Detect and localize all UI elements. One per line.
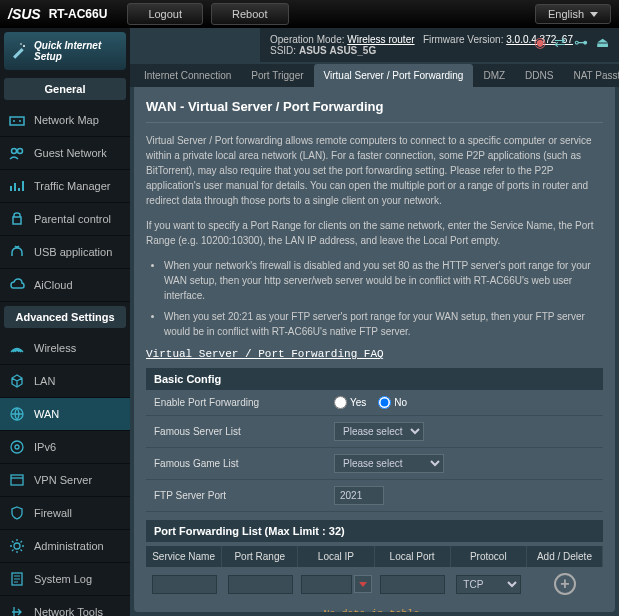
no-data-text: No data in table. — [146, 601, 603, 612]
nav-icon — [8, 111, 26, 129]
quick-internet-setup[interactable]: Quick Internet Setup — [4, 32, 126, 70]
nav-system-log[interactable]: System Log — [0, 563, 130, 596]
nav-icon — [8, 438, 26, 456]
nav-aicloud[interactable]: AiCloud — [0, 269, 130, 302]
bullet-2: When you set 20:21 as your FTP server's … — [164, 309, 603, 339]
svg-point-2 — [20, 43, 22, 45]
tab-internet-connection[interactable]: Internet Connection — [134, 64, 241, 87]
nav-firewall[interactable]: Firewall — [0, 497, 130, 530]
nav-icon — [8, 144, 26, 162]
faq-link[interactable]: Virtual Server / Port Forwarding FAQ — [146, 348, 384, 360]
svg-rect-0 — [13, 48, 24, 59]
svg-point-5 — [19, 120, 21, 122]
pf-table-header: Service Name Port Range Local IP Local P… — [146, 546, 603, 567]
nav-ipv6[interactable]: IPv6 — [0, 431, 130, 464]
svg-rect-8 — [13, 217, 21, 224]
nav-wireless[interactable]: Wireless — [0, 332, 130, 365]
ftp-port-input[interactable] — [334, 486, 384, 505]
chevron-down-icon — [590, 12, 598, 17]
svg-point-13 — [14, 543, 20, 549]
svg-rect-12 — [11, 475, 23, 485]
protocol-select[interactable]: TCP — [456, 575, 521, 594]
enable-yes[interactable]: Yes — [334, 396, 366, 409]
nav-icon — [8, 276, 26, 294]
add-row-button[interactable]: + — [554, 573, 576, 595]
enable-no[interactable]: No — [378, 396, 407, 409]
enable-label: Enable Port Forwarding — [154, 397, 334, 408]
model-name: RT-AC66U — [49, 7, 108, 21]
wand-icon — [10, 42, 28, 60]
nav-parental-control[interactable]: Parental control — [0, 203, 130, 236]
nav-icon — [8, 243, 26, 261]
tab-port-trigger[interactable]: Port Trigger — [241, 64, 313, 87]
nav-network-tools[interactable]: Network Tools — [0, 596, 130, 616]
desc-1: Virtual Server / Port forwarding allows … — [146, 133, 603, 208]
local-ip-input[interactable] — [301, 575, 352, 594]
nav-network-map[interactable]: Network Map — [0, 104, 130, 137]
nav-icon — [8, 537, 26, 555]
pf-input-row: TCP + — [146, 567, 603, 601]
famous-game-select[interactable]: Please select — [334, 454, 444, 473]
famous-game-label: Famous Game List — [154, 458, 334, 469]
basic-config-header: Basic Config — [146, 368, 603, 390]
content-panel: WAN - Virtual Server / Port Forwarding V… — [134, 87, 615, 612]
nav-icon — [8, 471, 26, 489]
svg-point-11 — [15, 445, 19, 449]
section-general: General — [4, 78, 126, 100]
bullet-1: When your network's firewall is disabled… — [164, 258, 603, 303]
ftp-port-label: FTP Server Port — [154, 490, 334, 501]
famous-server-select[interactable]: Please select — [334, 422, 424, 441]
local-port-input[interactable] — [380, 575, 445, 594]
nav-icon — [8, 603, 26, 616]
header-bar: /SUS RT-AC66U Logout Reboot English — [0, 0, 619, 28]
nav-icon — [8, 177, 26, 195]
tab-ddns[interactable]: DDNS — [515, 64, 563, 87]
language-selector[interactable]: English — [535, 4, 611, 24]
ip-dropdown-icon[interactable] — [354, 575, 372, 593]
nav-icon — [8, 405, 26, 423]
svg-point-6 — [12, 149, 17, 154]
link-icon[interactable]: ⇄ — [554, 34, 566, 50]
tab-bar: Internet ConnectionPort TriggerVirtual S… — [130, 64, 619, 87]
tab-dmz[interactable]: DMZ — [473, 64, 515, 87]
svg-point-7 — [18, 149, 23, 154]
tab-virtual-server-port-forwarding[interactable]: Virtual Server / Port Forwarding — [314, 64, 474, 87]
service-name-input[interactable] — [152, 575, 217, 594]
sidebar: Quick Internet Setup General Network Map… — [0, 28, 130, 616]
pf-list-header: Port Forwarding List (Max Limit : 32) — [146, 520, 603, 542]
nav-icon — [8, 339, 26, 357]
nav-guest-network[interactable]: Guest Network — [0, 137, 130, 170]
opmode-link[interactable]: Wireless router — [347, 34, 414, 45]
status-icons: ◉ ⇄ ⊶ ⏏ — [534, 34, 609, 50]
nav-icon — [8, 570, 26, 588]
tab-nat-passthrough[interactable]: NAT Passthrough — [563, 64, 619, 87]
reboot-button[interactable]: Reboot — [211, 3, 288, 25]
nav-wan[interactable]: WAN — [0, 398, 130, 431]
desc-2: If you want to specify a Port Range for … — [146, 218, 603, 248]
nav-icon — [8, 504, 26, 522]
ssid-2: ASUS_5G — [329, 45, 376, 56]
svg-point-1 — [23, 45, 25, 47]
info-bar: Operation Mode: Wireless router Firmware… — [260, 28, 619, 62]
brand-logo: /SUS — [8, 6, 41, 22]
nav-icon — [8, 372, 26, 390]
nav-icon — [8, 210, 26, 228]
nav-administration[interactable]: Administration — [0, 530, 130, 563]
port-range-input[interactable] — [228, 575, 293, 594]
svg-rect-3 — [10, 117, 24, 125]
svg-point-10 — [11, 441, 23, 453]
famous-server-label: Famous Server List — [154, 426, 334, 437]
logout-button[interactable]: Logout — [127, 3, 203, 25]
section-advanced: Advanced Settings — [4, 306, 126, 328]
eject-icon[interactable]: ⏏ — [596, 34, 609, 50]
ssid-1: ASUS — [299, 45, 327, 56]
person-icon[interactable]: ◉ — [534, 34, 546, 50]
nav-lan[interactable]: LAN — [0, 365, 130, 398]
main-area: Operation Mode: Wireless router Firmware… — [130, 28, 619, 616]
nav-usb-application[interactable]: USB application — [0, 236, 130, 269]
nav-traffic-manager[interactable]: Traffic Manager — [0, 170, 130, 203]
page-title: WAN - Virtual Server / Port Forwarding — [146, 99, 603, 123]
nav-vpn-server[interactable]: VPN Server — [0, 464, 130, 497]
usb-icon[interactable]: ⊶ — [574, 34, 588, 50]
svg-point-4 — [13, 120, 15, 122]
